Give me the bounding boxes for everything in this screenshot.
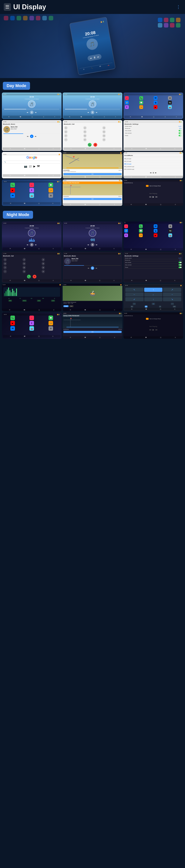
night-bf-a[interactable]: ✉ <box>70 309 71 311</box>
bottom-12b[interactable]: ☎ <box>145 204 147 205</box>
nav-btn-5[interactable]: → <box>163 292 181 297</box>
night-bc-d[interactable]: ⊙ <box>53 280 54 281</box>
bottom-10a[interactable]: ✉ <box>10 203 11 204</box>
night-bn-b[interactable]: ☎ <box>146 308 147 310</box>
dial-5[interactable]: 5 <box>83 130 87 133</box>
auto-icon[interactable]: 🚗 <box>107 64 109 66</box>
dial-hash[interactable]: # <box>102 138 106 142</box>
map-go-button[interactable]: GO <box>63 173 122 175</box>
night-bl-d[interactable]: ⊙ <box>52 336 53 337</box>
night-dial-9[interactable]: 9 <box>42 266 45 269</box>
google-search-box[interactable]: 🔍 <box>3 161 61 164</box>
bottom-email-1[interactable]: ✉ <box>8 116 9 118</box>
dial-7[interactable]: 7 <box>64 134 68 137</box>
cp-waze[interactable]: 🚗 <box>29 193 34 198</box>
night-be-d[interactable]: ⊙ <box>53 309 54 311</box>
prev-2[interactable]: ⏮ <box>87 112 89 113</box>
nav-center[interactable]: ⊕ <box>152 303 155 305</box>
bottom-11d[interactable]: ⊙ <box>114 204 115 205</box>
email-icon[interactable]: ✉ <box>83 68 85 70</box>
bottom-phone-1[interactable]: ☎ <box>20 116 21 118</box>
track-3-active[interactable]: 华乐_XX.mp3 <box>124 163 182 165</box>
dial-9[interactable]: 9 <box>102 134 106 137</box>
bottom-8c[interactable]: ◫ <box>99 176 101 178</box>
bottom-email-3[interactable]: ✉ <box>130 116 131 118</box>
bottom-9a[interactable]: ✉ <box>131 176 132 178</box>
bottom-8d[interactable]: ⊙ <box>114 176 115 178</box>
night-bc-a[interactable]: ✉ <box>10 280 11 281</box>
night-be-c[interactable]: ◫ <box>38 309 40 311</box>
bottom-10d[interactable]: ⊙ <box>52 203 53 204</box>
nav-btn-6[interactable]: ↙ <box>125 297 144 301</box>
bottom-4d[interactable]: ⊙ <box>53 148 54 150</box>
bottom-more-2[interactable]: ≡ <box>115 116 116 118</box>
track-2[interactable]: 华乐_XX.mp3 <box>124 160 182 163</box>
night-app-nav[interactable]: 🗺 <box>154 224 157 228</box>
night-bnp-a[interactable]: ✉ <box>131 337 132 338</box>
dial-2[interactable]: 2 <box>83 126 87 129</box>
bottom-7d[interactable]: ⊙ <box>53 175 54 176</box>
cp-settings[interactable]: ⚙ <box>49 193 53 198</box>
night-cp-radio[interactable]: 📻 <box>49 321 53 326</box>
nav-2d[interactable]: 2D <box>131 306 133 308</box>
app-nav[interactable]: 🗺 <box>154 96 157 100</box>
night-be-a[interactable]: ✉ <box>9 309 10 311</box>
night-dial-1[interactable]: 1 <box>3 258 7 261</box>
night-app-weather[interactable]: 🌤 <box>154 229 157 232</box>
night-bg-b[interactable]: ☎ <box>145 249 147 250</box>
bottom-9d[interactable]: ⊙ <box>175 176 176 178</box>
night-bn-c[interactable]: ◫ <box>160 308 161 310</box>
night-dial-2[interactable]: 2 <box>23 258 26 261</box>
track-1[interactable]: 华乐_XX.mp3 <box>124 158 182 160</box>
app-phone[interactable]: 📞 <box>139 96 143 100</box>
power-toggle[interactable] <box>179 135 182 136</box>
bottom-8a[interactable]: ✉ <box>70 176 71 178</box>
nav-btn-7[interactable]: ↓ <box>144 297 162 301</box>
cp-pod[interactable]: 🎙 <box>29 188 34 192</box>
social-next[interactable]: ⏭ <box>155 172 157 174</box>
bottom-more-1[interactable]: ≡ <box>54 116 55 118</box>
bottom-email-2[interactable]: ✉ <box>69 116 70 118</box>
nav-zoom-in[interactable]: + <box>133 303 136 305</box>
prev-1[interactable]: ⏮ <box>27 112 28 113</box>
bottom-12a[interactable]: ✉ <box>131 204 132 205</box>
bottom-auto-1[interactable]: ⊙ <box>43 116 44 118</box>
bottom-phone-3[interactable]: ☎ <box>141 116 143 118</box>
night-bm-a[interactable]: ✉ <box>71 280 72 281</box>
night-app-bt[interactable]: ⚡ <box>124 229 128 232</box>
night-bf-c[interactable]: ◫ <box>99 309 101 311</box>
bottom-map-3[interactable]: ◫ <box>153 116 154 118</box>
night-cp-music[interactable]: ♪ <box>29 316 34 320</box>
next-1[interactable]: ⏭ <box>35 112 36 113</box>
night-dial-3[interactable]: 3 <box>42 258 45 261</box>
bottom-8b[interactable]: ☎ <box>84 176 86 178</box>
sunny-go-btn[interactable]: GO <box>63 198 122 200</box>
night-b-2c[interactable]: ◫ <box>99 248 100 249</box>
cp-radio[interactable]: 📻 <box>49 188 53 192</box>
eq-btn-3[interactable]: JAZZ <box>37 300 41 302</box>
app-radio[interactable]: 📻 <box>139 105 143 109</box>
cp-music[interactable]: ♪ <box>29 183 34 187</box>
night-bn-a[interactable]: ✉ <box>131 308 132 310</box>
night-app-settings[interactable]: ⚙ <box>168 224 172 228</box>
night-b-1a[interactable]: ✉ <box>10 248 11 249</box>
night-b-1d[interactable]: ⊙ <box>53 248 54 249</box>
night-bc-b[interactable]: ☎ <box>24 280 25 281</box>
night-bt-play[interactable]: ⏸ <box>91 267 94 270</box>
bottom-5d[interactable]: ⊙ <box>113 148 114 150</box>
bottom-more-3[interactable]: ≡ <box>176 116 177 118</box>
bottom-auto-3[interactable]: ⊙ <box>165 116 166 118</box>
cp-msg[interactable]: 💬 <box>49 183 53 187</box>
night-cp-yt[interactable]: ▶ <box>10 321 15 326</box>
bottom-map-1[interactable]: ◫ <box>31 116 33 118</box>
cp-nav[interactable]: 🗺 <box>10 193 15 198</box>
app-youtube[interactable]: ▶ <box>154 105 157 109</box>
prev-button[interactable]: ⏮ <box>90 57 92 59</box>
nav-north[interactable]: N <box>159 306 161 308</box>
bottom-12c[interactable]: ◫ <box>160 204 161 205</box>
eq-btn-4[interactable]: FLAT <box>51 300 55 302</box>
dial-4[interactable]: 4 <box>64 130 68 133</box>
dial-8[interactable]: 8 <box>83 134 87 137</box>
nav-sat[interactable]: SAT <box>173 306 176 308</box>
play-1[interactable]: ⏸ <box>30 111 34 114</box>
